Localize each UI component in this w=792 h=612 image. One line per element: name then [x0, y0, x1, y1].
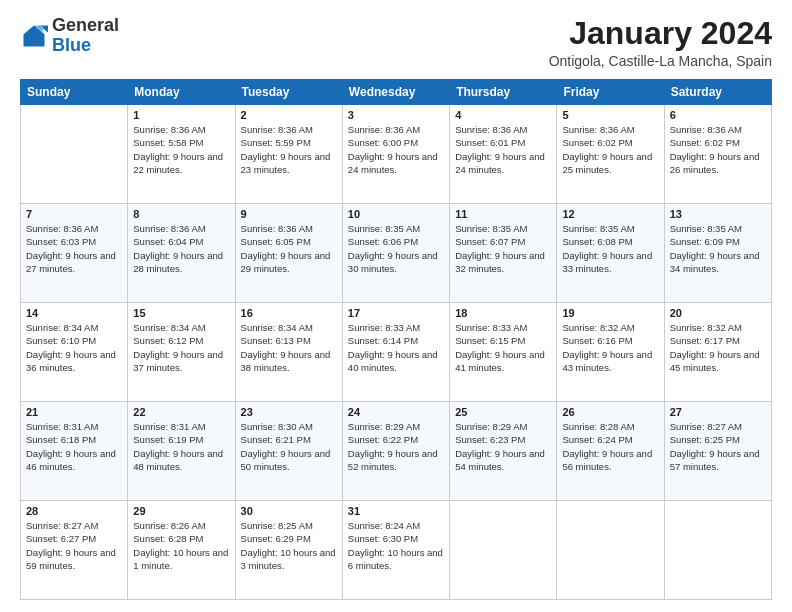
calendar-cell: 27Sunrise: 8:27 AMSunset: 6:25 PMDayligh… [664, 402, 771, 501]
day-info: Sunrise: 8:30 AMSunset: 6:21 PMDaylight:… [241, 420, 337, 473]
calendar-cell: 7Sunrise: 8:36 AMSunset: 6:03 PMDaylight… [21, 204, 128, 303]
day-info: Sunrise: 8:31 AMSunset: 6:18 PMDaylight:… [26, 420, 122, 473]
calendar-cell [21, 105, 128, 204]
weekday-header-monday: Monday [128, 80, 235, 105]
day-number: 20 [670, 307, 766, 319]
calendar-cell: 16Sunrise: 8:34 AMSunset: 6:13 PMDayligh… [235, 303, 342, 402]
day-info: Sunrise: 8:35 AMSunset: 6:09 PMDaylight:… [670, 222, 766, 275]
month-title: January 2024 [549, 16, 772, 51]
calendar-cell: 12Sunrise: 8:35 AMSunset: 6:08 PMDayligh… [557, 204, 664, 303]
weekday-header-wednesday: Wednesday [342, 80, 449, 105]
calendar-cell: 31Sunrise: 8:24 AMSunset: 6:30 PMDayligh… [342, 501, 449, 600]
calendar-cell: 11Sunrise: 8:35 AMSunset: 6:07 PMDayligh… [450, 204, 557, 303]
day-number: 28 [26, 505, 122, 517]
day-number: 9 [241, 208, 337, 220]
day-info: Sunrise: 8:29 AMSunset: 6:22 PMDaylight:… [348, 420, 444, 473]
day-info: Sunrise: 8:34 AMSunset: 6:13 PMDaylight:… [241, 321, 337, 374]
logo-blue-text: Blue [52, 35, 91, 55]
day-info: Sunrise: 8:35 AMSunset: 6:07 PMDaylight:… [455, 222, 551, 275]
day-number: 6 [670, 109, 766, 121]
day-info: Sunrise: 8:32 AMSunset: 6:17 PMDaylight:… [670, 321, 766, 374]
calendar-cell: 20Sunrise: 8:32 AMSunset: 6:17 PMDayligh… [664, 303, 771, 402]
day-info: Sunrise: 8:36 AMSunset: 6:02 PMDaylight:… [670, 123, 766, 176]
day-info: Sunrise: 8:28 AMSunset: 6:24 PMDaylight:… [562, 420, 658, 473]
calendar-cell: 1Sunrise: 8:36 AMSunset: 5:58 PMDaylight… [128, 105, 235, 204]
calendar-cell: 17Sunrise: 8:33 AMSunset: 6:14 PMDayligh… [342, 303, 449, 402]
day-number: 17 [348, 307, 444, 319]
calendar-cell: 6Sunrise: 8:36 AMSunset: 6:02 PMDaylight… [664, 105, 771, 204]
calendar-cell: 15Sunrise: 8:34 AMSunset: 6:12 PMDayligh… [128, 303, 235, 402]
calendar-cell: 28Sunrise: 8:27 AMSunset: 6:27 PMDayligh… [21, 501, 128, 600]
calendar-cell: 19Sunrise: 8:32 AMSunset: 6:16 PMDayligh… [557, 303, 664, 402]
day-number: 1 [133, 109, 229, 121]
day-number: 19 [562, 307, 658, 319]
day-info: Sunrise: 8:35 AMSunset: 6:06 PMDaylight:… [348, 222, 444, 275]
page: General Blue January 2024 Ontigola, Cast… [0, 0, 792, 612]
weekday-header-tuesday: Tuesday [235, 80, 342, 105]
weekday-header-friday: Friday [557, 80, 664, 105]
day-number: 7 [26, 208, 122, 220]
calendar-cell: 13Sunrise: 8:35 AMSunset: 6:09 PMDayligh… [664, 204, 771, 303]
weekday-header-sunday: Sunday [21, 80, 128, 105]
calendar-cell: 23Sunrise: 8:30 AMSunset: 6:21 PMDayligh… [235, 402, 342, 501]
day-info: Sunrise: 8:26 AMSunset: 6:28 PMDaylight:… [133, 519, 229, 572]
day-info: Sunrise: 8:36 AMSunset: 6:02 PMDaylight:… [562, 123, 658, 176]
calendar-cell: 9Sunrise: 8:36 AMSunset: 6:05 PMDaylight… [235, 204, 342, 303]
calendar-cell: 4Sunrise: 8:36 AMSunset: 6:01 PMDaylight… [450, 105, 557, 204]
day-info: Sunrise: 8:36 AMSunset: 6:00 PMDaylight:… [348, 123, 444, 176]
day-number: 11 [455, 208, 551, 220]
day-info: Sunrise: 8:36 AMSunset: 6:03 PMDaylight:… [26, 222, 122, 275]
calendar-table: SundayMondayTuesdayWednesdayThursdayFrid… [20, 79, 772, 600]
day-info: Sunrise: 8:34 AMSunset: 6:12 PMDaylight:… [133, 321, 229, 374]
day-number: 13 [670, 208, 766, 220]
day-info: Sunrise: 8:34 AMSunset: 6:10 PMDaylight:… [26, 321, 122, 374]
day-info: Sunrise: 8:27 AMSunset: 6:27 PMDaylight:… [26, 519, 122, 572]
day-number: 24 [348, 406, 444, 418]
day-number: 12 [562, 208, 658, 220]
calendar-cell: 14Sunrise: 8:34 AMSunset: 6:10 PMDayligh… [21, 303, 128, 402]
logo-general-text: General [52, 15, 119, 35]
calendar-cell: 21Sunrise: 8:31 AMSunset: 6:18 PMDayligh… [21, 402, 128, 501]
day-number: 23 [241, 406, 337, 418]
calendar-cell: 8Sunrise: 8:36 AMSunset: 6:04 PMDaylight… [128, 204, 235, 303]
calendar-cell [557, 501, 664, 600]
day-info: Sunrise: 8:36 AMSunset: 6:01 PMDaylight:… [455, 123, 551, 176]
day-info: Sunrise: 8:29 AMSunset: 6:23 PMDaylight:… [455, 420, 551, 473]
weekday-header-thursday: Thursday [450, 80, 557, 105]
logo: General Blue [20, 16, 119, 56]
day-number: 25 [455, 406, 551, 418]
day-info: Sunrise: 8:32 AMSunset: 6:16 PMDaylight:… [562, 321, 658, 374]
day-number: 26 [562, 406, 658, 418]
calendar-cell: 18Sunrise: 8:33 AMSunset: 6:15 PMDayligh… [450, 303, 557, 402]
calendar-cell: 24Sunrise: 8:29 AMSunset: 6:22 PMDayligh… [342, 402, 449, 501]
day-number: 10 [348, 208, 444, 220]
calendar-cell: 25Sunrise: 8:29 AMSunset: 6:23 PMDayligh… [450, 402, 557, 501]
weekday-header-saturday: Saturday [664, 80, 771, 105]
day-info: Sunrise: 8:31 AMSunset: 6:19 PMDaylight:… [133, 420, 229, 473]
day-number: 5 [562, 109, 658, 121]
calendar-cell: 2Sunrise: 8:36 AMSunset: 5:59 PMDaylight… [235, 105, 342, 204]
day-info: Sunrise: 8:36 AMSunset: 5:58 PMDaylight:… [133, 123, 229, 176]
day-number: 14 [26, 307, 122, 319]
day-info: Sunrise: 8:24 AMSunset: 6:30 PMDaylight:… [348, 519, 444, 572]
calendar-cell: 30Sunrise: 8:25 AMSunset: 6:29 PMDayligh… [235, 501, 342, 600]
calendar-cell: 22Sunrise: 8:31 AMSunset: 6:19 PMDayligh… [128, 402, 235, 501]
calendar-cell: 29Sunrise: 8:26 AMSunset: 6:28 PMDayligh… [128, 501, 235, 600]
day-info: Sunrise: 8:33 AMSunset: 6:15 PMDaylight:… [455, 321, 551, 374]
day-info: Sunrise: 8:25 AMSunset: 6:29 PMDaylight:… [241, 519, 337, 572]
calendar-cell: 5Sunrise: 8:36 AMSunset: 6:02 PMDaylight… [557, 105, 664, 204]
calendar-cell [450, 501, 557, 600]
day-number: 22 [133, 406, 229, 418]
day-number: 8 [133, 208, 229, 220]
day-info: Sunrise: 8:35 AMSunset: 6:08 PMDaylight:… [562, 222, 658, 275]
day-number: 27 [670, 406, 766, 418]
day-number: 3 [348, 109, 444, 121]
day-number: 4 [455, 109, 551, 121]
calendar-cell: 26Sunrise: 8:28 AMSunset: 6:24 PMDayligh… [557, 402, 664, 501]
calendar-cell: 10Sunrise: 8:35 AMSunset: 6:06 PMDayligh… [342, 204, 449, 303]
day-number: 15 [133, 307, 229, 319]
day-info: Sunrise: 8:27 AMSunset: 6:25 PMDaylight:… [670, 420, 766, 473]
calendar-cell: 3Sunrise: 8:36 AMSunset: 6:00 PMDaylight… [342, 105, 449, 204]
day-number: 21 [26, 406, 122, 418]
day-number: 2 [241, 109, 337, 121]
